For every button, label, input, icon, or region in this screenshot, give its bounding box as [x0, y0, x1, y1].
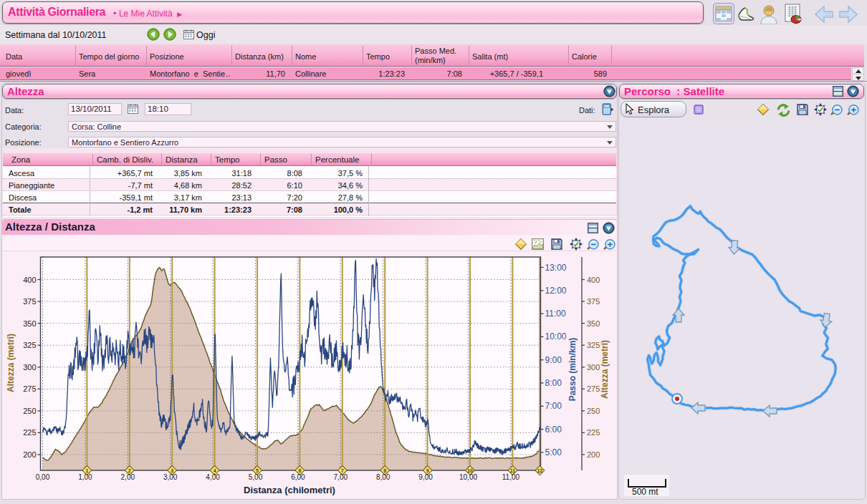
- svg-text:500 mt: 500 mt: [632, 487, 658, 497]
